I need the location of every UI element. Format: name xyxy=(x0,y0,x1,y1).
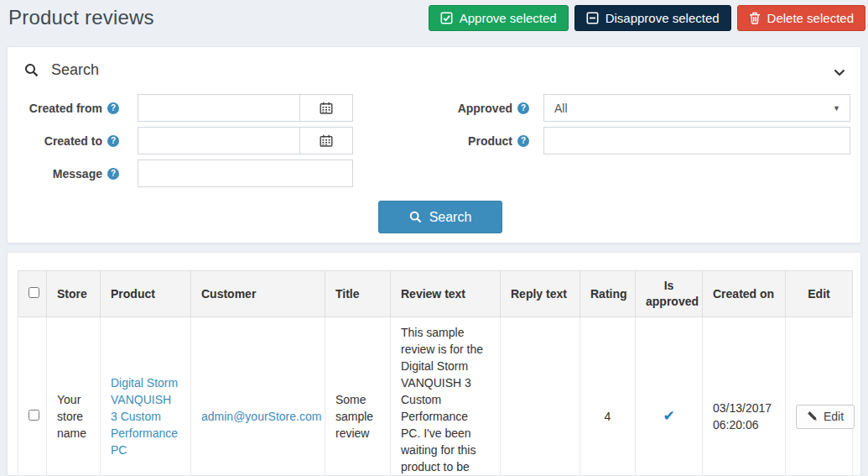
created-from-calendar-button[interactable] xyxy=(299,95,352,121)
edit-cell: Edit xyxy=(786,317,853,476)
title-cell: Some sample review xyxy=(325,317,391,476)
reply-text-cell xyxy=(501,317,580,476)
check-square-icon xyxy=(440,12,453,24)
chevron-down-icon xyxy=(834,69,845,76)
edit-button[interactable]: Edit xyxy=(796,405,855,429)
search-icon xyxy=(24,63,39,77)
product-reviews-page: Product reviews Approve selected Disappr… xyxy=(0,0,868,476)
page-title: Product reviews xyxy=(8,6,154,29)
reviews-grid-panel: Store Product Customer Title Review text… xyxy=(7,252,861,476)
disapprove-selected-button[interactable]: Disapprove selected xyxy=(574,5,731,31)
approved-label-text: Approved xyxy=(458,102,512,115)
search-button[interactable]: Search xyxy=(378,201,502,233)
created-from-input-group xyxy=(138,94,353,122)
approved-select-value: All xyxy=(554,102,568,115)
is-approved-cell: ✔ xyxy=(636,317,703,476)
product-help-icon[interactable]: ? xyxy=(517,135,529,147)
created-on-header: Created on xyxy=(703,271,786,317)
select-all-header-cell xyxy=(18,271,47,317)
created-from-label-text: Created from xyxy=(29,102,102,115)
title-header: Title xyxy=(325,271,391,317)
search-icon xyxy=(409,211,422,223)
trash-icon xyxy=(749,12,761,24)
disapprove-selected-label: Disapprove selected xyxy=(606,11,720,25)
created-to-label: Created to ? xyxy=(8,127,119,154)
approved-label: Approved ? xyxy=(385,94,529,122)
created-from-label: Created from ? xyxy=(8,94,119,122)
message-help-icon[interactable]: ? xyxy=(107,168,119,180)
edit-button-label: Edit xyxy=(824,410,844,423)
search-button-label: Search xyxy=(429,210,472,225)
search-panel-header[interactable]: Search xyxy=(8,47,860,91)
created-from-help-icon[interactable]: ? xyxy=(107,102,119,114)
review-text-header: Review text xyxy=(391,271,501,317)
is-approved-header: Is approved xyxy=(636,271,703,317)
search-panel: Search Created from ? xyxy=(7,46,861,243)
calendar-icon xyxy=(320,102,333,114)
created-to-label-text: Created to xyxy=(44,134,102,148)
approved-help-icon[interactable]: ? xyxy=(517,102,529,114)
search-panel-title: Search xyxy=(51,61,99,79)
review-row: Your store name Digital Storm VANQUISH 3… xyxy=(18,317,853,476)
delete-selected-label: Delete selected xyxy=(767,11,854,25)
customer-cell: admin@yourStore.com xyxy=(191,317,325,476)
product-label: Product ? xyxy=(385,127,529,154)
customer-header: Customer xyxy=(191,271,325,317)
row-select-checkbox[interactable] xyxy=(29,410,39,421)
created-to-help-icon[interactable]: ? xyxy=(107,135,119,147)
created-on-cell: 03/13/2017 06:20:06 xyxy=(703,317,786,476)
product-link[interactable]: Digital Storm VANQUISH 3 Custom Performa… xyxy=(111,376,178,457)
select-all-checkbox[interactable] xyxy=(29,287,39,298)
message-input[interactable] xyxy=(138,160,353,187)
review-text-cell: This sample review is for the Digital St… xyxy=(391,317,501,476)
minus-square-icon xyxy=(586,12,599,24)
page-header: Product reviews Approve selected Disappr… xyxy=(0,0,868,35)
created-to-input[interactable] xyxy=(138,128,299,154)
approve-selected-label: Approve selected xyxy=(460,11,557,25)
product-input[interactable] xyxy=(543,127,850,154)
delete-selected-button[interactable]: Delete selected xyxy=(737,5,865,31)
customer-link[interactable]: admin@yourStore.com xyxy=(201,410,321,423)
collapse-search-panel-button[interactable] xyxy=(832,67,847,78)
rating-cell: 4 xyxy=(580,317,636,476)
approve-selected-button[interactable]: Approve selected xyxy=(429,5,569,31)
product-label-text: Product xyxy=(468,134,512,148)
reply-text-header: Reply text xyxy=(501,271,580,317)
created-to-input-group xyxy=(138,127,353,154)
calendar-icon xyxy=(320,134,333,147)
row-select-cell xyxy=(18,317,47,476)
pencil-icon xyxy=(807,411,818,421)
select-caret-icon: ▼ xyxy=(833,104,840,112)
message-label: Message ? xyxy=(8,160,119,187)
message-label-text: Message xyxy=(53,167,102,180)
reviews-table: Store Product Customer Title Review text… xyxy=(18,270,853,476)
toolbar: Approve selected Disapprove selected xyxy=(429,5,865,31)
created-from-input[interactable] xyxy=(138,95,299,121)
approved-check-icon: ✔ xyxy=(663,408,674,424)
product-cell: Digital Storm VANQUISH 3 Custom Performa… xyxy=(101,317,191,476)
edit-header: Edit xyxy=(786,271,853,317)
created-to-calendar-button[interactable] xyxy=(299,128,352,154)
rating-header: Rating xyxy=(580,271,636,317)
store-cell: Your store name xyxy=(47,317,101,476)
table-header-row: Store Product Customer Title Review text… xyxy=(18,271,853,317)
product-header: Product xyxy=(101,271,191,317)
approved-select[interactable]: All ▼ xyxy=(543,94,850,122)
store-header: Store xyxy=(47,271,101,317)
